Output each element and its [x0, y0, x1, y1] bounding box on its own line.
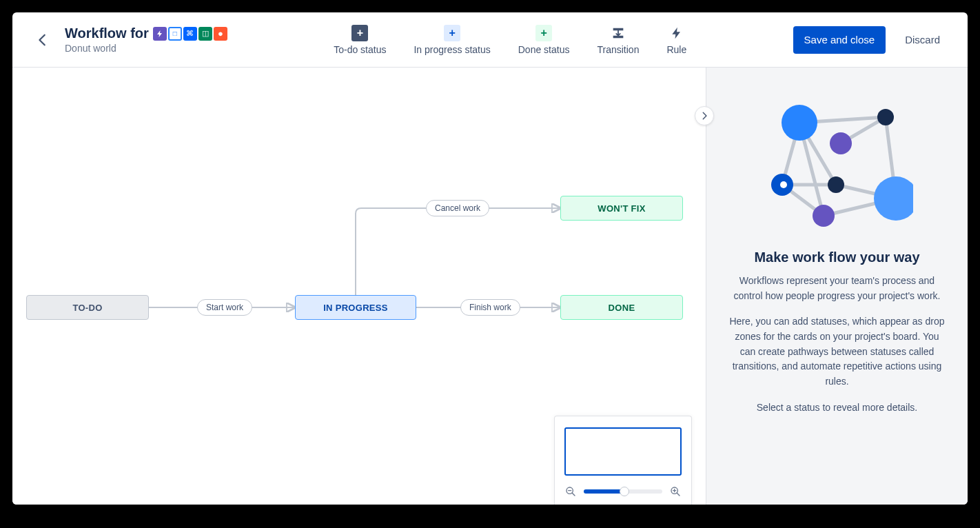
header-actions: Save and close Discard: [793, 26, 951, 54]
workflow-editor: Workflow for □ ⌘ ◫ ● Donut world +: [12, 12, 968, 505]
add-done-status-button[interactable]: + Done status: [518, 25, 570, 55]
arrow-left-icon: [35, 32, 50, 48]
transition-pill-cancel[interactable]: Cancel work: [426, 200, 489, 216]
header: Workflow for □ ⌘ ◫ ● Donut world +: [12, 12, 968, 68]
workflow-illustration: [762, 95, 913, 233]
side-panel: Make work flow your way Workflows repres…: [706, 68, 968, 505]
discard-button[interactable]: Discard: [894, 26, 951, 54]
svg-point-20: [877, 109, 894, 125]
zoom-out-button[interactable]: [564, 485, 577, 498]
add-todo-status-button[interactable]: + To-do status: [334, 25, 386, 55]
status-node-todo[interactable]: TO-DO: [26, 295, 149, 320]
svg-point-22: [828, 176, 844, 193]
issue-type-icon: ⌘: [183, 27, 197, 41]
panel-toggle-button[interactable]: [695, 106, 714, 125]
zoom-controls: [564, 485, 682, 498]
chevron-right-icon: [700, 111, 709, 121]
plus-icon: +: [351, 25, 368, 41]
page-title: Workflow for: [65, 26, 149, 41]
title-block: Workflow for □ ⌘ ◫ ● Donut world: [65, 26, 227, 54]
panel-paragraph: Here, you can add statuses, which appear…: [728, 314, 946, 389]
save-button[interactable]: Save and close: [793, 26, 886, 54]
workflow-canvas[interactable]: TO-DO IN PROGRESS WON'T FIX DONE Start w…: [12, 68, 706, 505]
svg-line-6: [677, 493, 680, 496]
status-node-inprogress[interactable]: IN PROGRESS: [295, 295, 416, 320]
plus-icon: +: [444, 25, 460, 41]
panel-paragraph: Workflows represent your team's process …: [728, 274, 946, 303]
issue-type-icons: □ ⌘ ◫ ●: [153, 27, 227, 41]
issue-type-icon: ●: [214, 27, 227, 41]
transition-icon: [610, 25, 626, 41]
svg-point-21: [830, 132, 852, 154]
minimap-viewport[interactable]: [564, 427, 682, 476]
add-transition-button[interactable]: Transition: [597, 25, 639, 55]
add-rule-button[interactable]: Rule: [666, 25, 686, 55]
svg-line-3: [572, 493, 575, 496]
transition-pill-start[interactable]: Start work: [197, 299, 252, 316]
issue-type-icon: □: [168, 27, 182, 41]
plus-icon: +: [535, 25, 552, 41]
zoom-in-icon: [670, 486, 681, 497]
svg-point-26: [813, 205, 835, 227]
lightning-icon: [668, 25, 685, 41]
back-button[interactable]: [29, 26, 57, 54]
svg-point-19: [782, 105, 817, 141]
project-name: Donut world: [65, 43, 227, 54]
status-node-done[interactable]: DONE: [560, 295, 683, 320]
issue-type-icon: [153, 27, 167, 41]
minimap: [554, 416, 692, 505]
panel-heading: Make work flow your way: [754, 250, 919, 265]
add-inprogress-status-button[interactable]: + In progress status: [414, 25, 490, 55]
toolbar: + To-do status + In progress status + Do…: [227, 25, 793, 55]
panel-paragraph: Select a status to reveal more details.: [757, 400, 917, 416]
svg-point-24: [780, 181, 787, 188]
body: TO-DO IN PROGRESS WON'T FIX DONE Start w…: [12, 68, 968, 505]
zoom-slider[interactable]: [584, 489, 662, 494]
issue-type-icon: ◫: [198, 27, 212, 41]
status-node-wontfix[interactable]: WON'T FIX: [560, 196, 683, 221]
transition-pill-finish[interactable]: Finish work: [460, 299, 520, 316]
svg-point-25: [874, 176, 913, 221]
zoom-in-button[interactable]: [669, 485, 682, 498]
zoom-out-icon: [565, 486, 576, 497]
